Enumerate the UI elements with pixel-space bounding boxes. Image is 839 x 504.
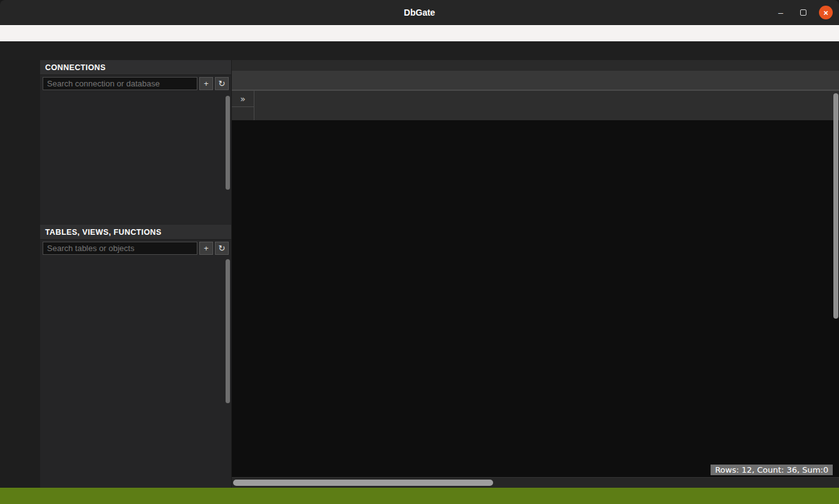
left-icon-bar bbox=[0, 60, 40, 488]
database-tab-strip bbox=[232, 60, 839, 71]
left-panel: CONNECTIONS + ↻ TABLES, VIEWS, FUNCTIONS… bbox=[40, 60, 232, 488]
tables-header: TABLES, VIEWS, FUNCTIONS bbox=[40, 225, 231, 240]
tables-scrollbar[interactable] bbox=[226, 259, 230, 403]
connections-header: CONNECTIONS bbox=[40, 60, 231, 75]
grid-corner-button[interactable]: » bbox=[232, 91, 254, 107]
connections-search-input[interactable] bbox=[43, 77, 197, 90]
table-tab-strip bbox=[232, 71, 839, 90]
refresh-connections-button[interactable]: ↻ bbox=[215, 77, 229, 90]
statusbar bbox=[0, 488, 839, 504]
vertical-scrollbar[interactable] bbox=[833, 93, 838, 319]
horizontal-scrollbar[interactable] bbox=[232, 477, 839, 488]
close-button[interactable]: × bbox=[819, 6, 833, 19]
refresh-tables-button[interactable]: ↻ bbox=[215, 242, 229, 255]
connections-scrollbar[interactable] bbox=[226, 96, 230, 190]
selection-summary: Rows: 12, Count: 36, Sum:0 bbox=[711, 465, 833, 475]
titlebar: DbGate – × bbox=[0, 0, 839, 25]
maximize-button[interactable] bbox=[796, 6, 810, 19]
minimize-button[interactable]: – bbox=[774, 6, 788, 19]
maximize-icon bbox=[800, 9, 806, 16]
menubar bbox=[0, 25, 839, 41]
tables-search-input[interactable] bbox=[43, 242, 197, 255]
window-title: DbGate bbox=[404, 8, 435, 18]
connections-list bbox=[40, 92, 231, 225]
tables-list bbox=[40, 257, 231, 488]
data-grid: » Rows: 12, Count: 36, Sum:0 bbox=[232, 90, 839, 488]
dbgate-window: DbGate – × CONNECTIONS + ↻ TABLES, VIEWS… bbox=[0, 0, 839, 504]
add-connection-small-button[interactable]: + bbox=[199, 77, 213, 90]
toolbar bbox=[0, 41, 839, 60]
add-table-small-button[interactable]: + bbox=[199, 242, 213, 255]
